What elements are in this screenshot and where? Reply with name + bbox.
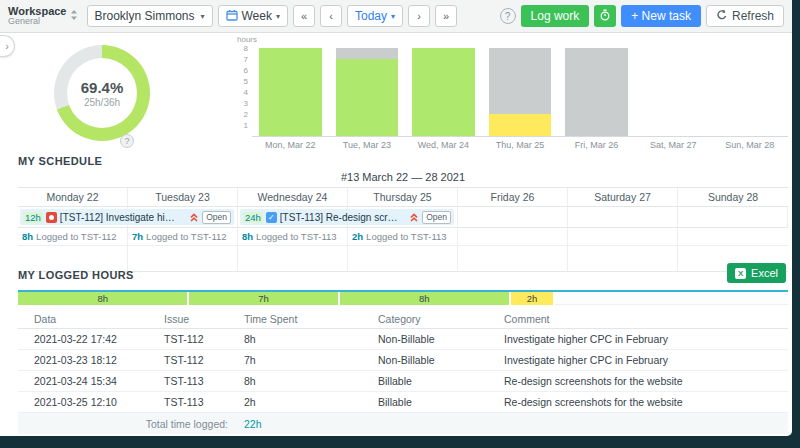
hours-segment-3: 2h [511, 292, 553, 305]
cell-category: Billable [370, 375, 496, 387]
nav-prev-button[interactable]: ‹ [320, 5, 342, 27]
table-header-row: Data Issue Time Spent Category Comment [18, 310, 788, 329]
period-select-value: Week [242, 9, 272, 23]
schedule-table: #13 March 22 — 28 2021 Monday 22 Tuesday… [18, 169, 788, 272]
logged-text: Logged to TST-113 [256, 231, 336, 242]
donut-chart: 69.4% 25h/36h ? [54, 45, 150, 141]
donut-center: 69.4% 25h/36h [67, 58, 137, 128]
nav-last-button[interactable]: » [435, 5, 457, 27]
bar-segment [336, 59, 399, 136]
task-estimate: 24h [243, 212, 263, 223]
bar-day-1 [336, 48, 399, 136]
hours-progress-bar: 8h7h8h2h [18, 290, 788, 305]
cell-date: 2021-03-25 12:10 [18, 396, 156, 408]
logged-cell: 8h Logged to TST-112 [18, 228, 128, 245]
y-tick-label: 2 [244, 110, 248, 119]
column-header: Time Spent [236, 313, 370, 325]
content: › 69.4% 25h/36h ? hours 12345678 Mon, Ma… [0, 33, 792, 435]
logged-cell [458, 228, 568, 245]
hours-segment-0: 8h [18, 292, 187, 305]
cell-issue: TST-113 [156, 396, 236, 408]
excel-label: Excel [751, 267, 778, 279]
user-select[interactable]: Brooklyn Simmons ▾ [87, 5, 213, 27]
nav-next-button[interactable]: › [408, 5, 430, 27]
empty-row [18, 245, 788, 271]
cell-category: Non-Billable [370, 333, 496, 345]
refresh-icon [716, 9, 728, 24]
app-panel: Workspace General Brooklyn Simmons ▾ Wee… [0, 0, 792, 436]
task-bar-tst-112[interactable]: 12h [TST-112] Investigate higher CPC in … [20, 209, 234, 225]
day-header: Wednesday 24 [238, 188, 348, 206]
cell-issue: TST-112 [156, 354, 236, 366]
week-title: #13 March 22 — 28 2021 [18, 169, 788, 187]
x-labels: Mon, Mar 22Tue, Mar 23Wed, Mar 24Thu, Ma… [252, 140, 788, 150]
timer-button[interactable] [594, 5, 616, 27]
x-tick-label: Fri, Mar 26 [558, 140, 635, 150]
workspace-selector[interactable]: Workspace General [8, 5, 78, 27]
logged-hours: 2h [352, 231, 363, 242]
log-work-button[interactable]: Log work [521, 5, 590, 27]
column-header: Data [18, 313, 156, 325]
task-title: [TST-113] Re-design screenshots for the … [280, 212, 399, 223]
bar-segment [489, 114, 552, 136]
refresh-button[interactable]: Refresh [706, 5, 784, 27]
donut-help-icon[interactable]: ? [120, 134, 134, 148]
stopwatch-icon [599, 9, 611, 24]
logged-hours: 8h [22, 231, 33, 242]
bar-segment [565, 48, 628, 136]
table-row: 2021-03-25 12:10 TST-113 2h Billable Re-… [18, 392, 788, 413]
bar-segment [489, 48, 552, 114]
y-tick-label: 7 [244, 55, 248, 64]
cell-issue: TST-112 [156, 333, 236, 345]
day-header: Thursday 25 [348, 188, 458, 206]
table-row: 2021-03-24 15:34 TST-113 8h Billable Re-… [18, 371, 788, 392]
progress-summary: 69.4% 25h/36h ? [54, 45, 154, 141]
nav-first-button[interactable]: « [293, 5, 315, 27]
cell-date: 2021-03-23 18:12 [18, 354, 156, 366]
task-check-icon [266, 212, 277, 223]
excel-icon [735, 268, 746, 279]
cell-date: 2021-03-22 17:42 [18, 333, 156, 345]
sidebar-expander[interactable]: › [0, 35, 15, 57]
period-select[interactable]: Week ▾ [218, 5, 288, 27]
status-badge: Open [202, 211, 231, 224]
logged-text: Logged to TST-112 [36, 231, 116, 242]
help-icon[interactable]: ? [500, 8, 516, 24]
column-header: Category [370, 313, 496, 325]
table-footer-row: Total time logged: 22h [18, 413, 788, 434]
cell-comment: Re-design screenshots for the website [496, 375, 788, 387]
bar-segment [336, 48, 399, 59]
total-label: Total time logged: [18, 418, 236, 430]
cell-comment: Investigate higher CPC in February [496, 354, 788, 366]
logged-hours-table: Data Issue Time Spent Category Comment 2… [18, 310, 788, 434]
user-select-value: Brooklyn Simmons [95, 9, 195, 23]
chevron-down-icon: ▾ [391, 12, 395, 21]
table-row: 2021-03-23 18:12 TST-112 7h Non-Billable… [18, 350, 788, 371]
logged-cell: 8h Logged to TST-113 [238, 228, 348, 245]
today-button[interactable]: Today ▾ [347, 5, 403, 27]
task-bar-tst-113[interactable]: 24h [TST-113] Re-design screenshots for … [240, 209, 454, 225]
schedule-grid: Monday 22 Tuesday 23 Wednesday 24 Thursd… [18, 187, 788, 272]
chevron-down-icon: ▾ [276, 12, 280, 21]
task-layer: 12h [TST-112] Investigate higher CPC in … [18, 207, 788, 227]
sort-arrows-icon [70, 7, 78, 25]
cell-category: Billable [370, 396, 496, 408]
bar-day-4 [565, 48, 628, 136]
hours-segment-2: 8h [340, 292, 509, 305]
logged-cell [568, 228, 678, 245]
task-title: [TST-112] Investigate higher CPC in Febr… [60, 212, 179, 223]
calendar-icon [226, 9, 238, 24]
task-estimate: 12h [23, 212, 43, 223]
cell-time: 8h [236, 375, 370, 387]
day-header: Sunday 28 [678, 188, 788, 206]
excel-export-button[interactable]: Excel [727, 263, 786, 283]
chart-y-axis-label: hours [236, 35, 788, 45]
grid-cell [18, 246, 128, 271]
y-tick-label: 1 [244, 121, 248, 130]
hours-bar-chart: hours 12345678 Mon, Mar 22Tue, Mar 23Wed… [236, 35, 788, 150]
table-row: 2021-03-22 17:42 TST-112 8h Non-Billable… [18, 329, 788, 350]
x-tick-label: Sun, Mar 28 [711, 140, 788, 150]
progress-ratio: 25h/36h [84, 97, 120, 108]
bars-area [252, 45, 788, 137]
new-task-button[interactable]: + New task [621, 5, 701, 27]
